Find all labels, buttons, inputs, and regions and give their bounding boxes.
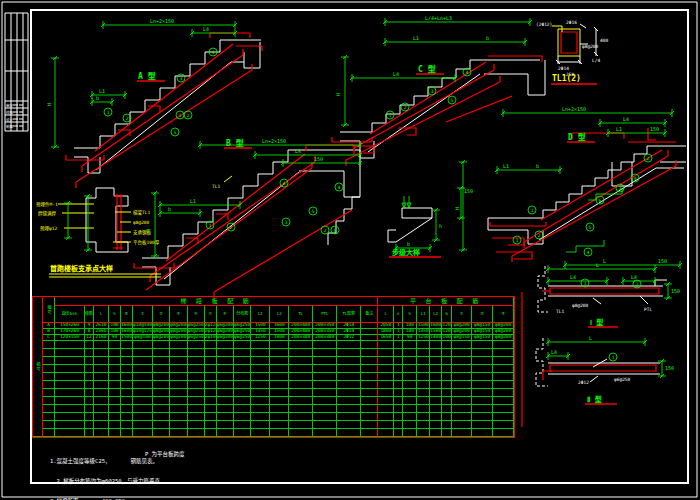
table-cell [43, 349, 55, 357]
table-cell [43, 357, 55, 365]
table-cell [170, 365, 187, 373]
table-cell [55, 357, 85, 365]
rebar-callout-number: 1 [107, 110, 110, 115]
table-cell [394, 389, 403, 397]
cad-drawing-stage: 审定 校核 设计 制图 A 型 TL1 [0, 0, 700, 500]
table-cell [313, 389, 337, 397]
table-cell [170, 421, 187, 429]
table-cell: ③ [493, 306, 514, 323]
dimension-line [546, 277, 609, 285]
table-cell: h [403, 306, 417, 323]
table-cell [361, 397, 378, 405]
table-cell [403, 397, 417, 405]
dimension-line [158, 209, 202, 217]
dimension-line [621, 277, 657, 285]
dimension-line [151, 191, 159, 258]
table-cell [94, 341, 109, 349]
type-1-label: Ⅰ 型 [590, 318, 603, 327]
table-cell [121, 381, 133, 389]
dim-label: b [96, 95, 99, 101]
table-cell [217, 341, 234, 349]
dimension-line [501, 109, 674, 117]
dim-label: b [407, 241, 410, 247]
table-cell [188, 373, 205, 381]
table-cell [205, 405, 217, 413]
dim-label: 150 [464, 188, 473, 194]
table-cell [337, 365, 361, 373]
table-cell [452, 357, 472, 365]
table-cell [188, 349, 205, 357]
dim-label: 150 [671, 288, 680, 294]
table-cell [430, 389, 442, 397]
table-cell [55, 365, 85, 373]
table-cell [55, 421, 85, 429]
table-cell [378, 389, 394, 397]
table-cell [121, 389, 133, 397]
table-cell [234, 365, 251, 373]
stair-a-label: A 型 [138, 71, 156, 81]
dimension-line [383, 18, 532, 26]
table-cell [121, 373, 133, 381]
table-cell [188, 389, 205, 397]
rebar-callout-number: 1 [516, 238, 519, 243]
table-cell [121, 405, 133, 413]
table-cell [170, 357, 187, 365]
table-cell [270, 429, 289, 437]
title-block-strip: 审定 校核 设计 制图 [5, 13, 28, 131]
table-cell [394, 405, 403, 413]
table-cell [313, 397, 337, 405]
table-cell [313, 373, 337, 381]
table-cell [153, 349, 170, 357]
table-cell [55, 389, 85, 397]
table-cell [430, 373, 442, 381]
table-cell [394, 365, 403, 373]
table-cell [251, 381, 270, 389]
table-cell [121, 397, 133, 405]
dim-label: L4 [631, 274, 637, 280]
table-cell: 平 台 板 配 筋 [378, 297, 514, 306]
rebar-callout-number: 6 [334, 228, 337, 233]
dim-label: H [335, 93, 341, 96]
table-cell [188, 421, 205, 429]
table-cell [55, 413, 85, 421]
table-cell [43, 373, 55, 381]
titleblock-row: 审定 [6, 103, 13, 108]
support-left-label: 预埋φ12 [40, 225, 57, 232]
table-cell [188, 413, 205, 421]
table-cell [153, 421, 170, 429]
dim-label: L4 [570, 274, 576, 280]
table-cell [85, 397, 94, 405]
table-cell [251, 429, 270, 437]
table-cell [217, 349, 234, 357]
table-cell [472, 421, 493, 429]
table-cell [217, 421, 234, 429]
table-cell [289, 349, 313, 357]
table-cell [205, 365, 217, 373]
table-cell [361, 341, 378, 349]
table-cell [378, 413, 394, 421]
note-line: 1.混凝土强度等级C25， 钢筋见表。 [50, 458, 166, 465]
table-cell [43, 413, 55, 421]
stair-b-label: B 型 [226, 138, 244, 148]
dim-label: H [145, 229, 151, 232]
table-cell [289, 405, 313, 413]
rebar-callout-number: 4 [212, 50, 215, 55]
table-cell [452, 405, 472, 413]
table-cell [85, 365, 94, 373]
table-cell [430, 429, 442, 437]
table-cell [217, 365, 234, 373]
dimension-line [546, 265, 657, 273]
table-cell [403, 373, 417, 381]
table-cell [403, 429, 417, 437]
dim-label: L1 [616, 126, 622, 132]
table-cell [361, 381, 378, 389]
table-cell [452, 429, 472, 437]
table-cell [378, 381, 394, 389]
table-cell [442, 381, 452, 389]
dim-label: L4 [203, 26, 209, 32]
dim-label: L [589, 335, 592, 341]
table-cell [217, 357, 234, 365]
table-cell: ② [153, 306, 170, 323]
table-cell [442, 341, 452, 349]
table-cell [188, 341, 205, 349]
